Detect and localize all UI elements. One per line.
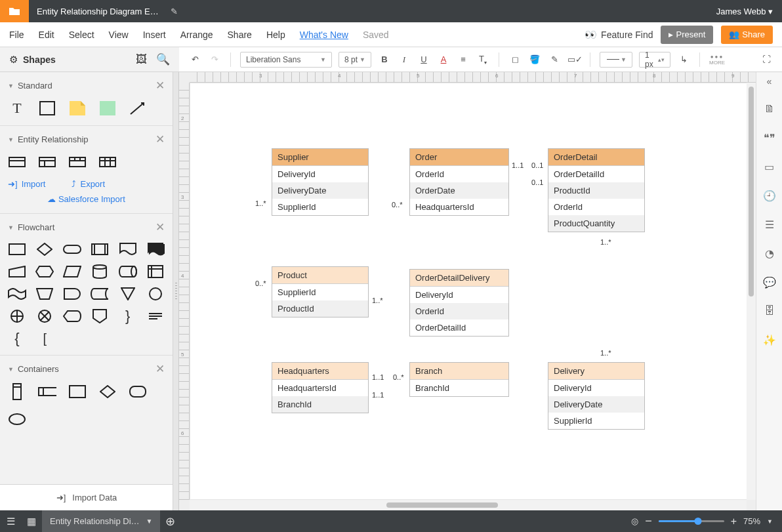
field[interactable]: BranchId (272, 396, 368, 413)
er-shape-1[interactable] (8, 154, 26, 170)
image-icon[interactable]: 🖼 (136, 53, 147, 66)
menu-edit[interactable]: Edit (39, 30, 54, 40)
entity-delivery[interactable]: Delivery DeliveryId DeliveryDate Supplie… (548, 362, 645, 430)
fc-database[interactable] (91, 264, 109, 279)
field[interactable]: ProductId (548, 182, 644, 199)
salesforce-import-link[interactable]: ☁ Salesforce Import (8, 194, 165, 204)
share-button[interactable]: 👥Share (721, 26, 773, 44)
close-category-icon[interactable]: ✕ (155, 362, 165, 376)
present-button[interactable]: ▶Present (661, 26, 713, 44)
dock-db-icon[interactable]: 🗄 (763, 304, 776, 317)
field[interactable]: HeadquartersId (410, 199, 508, 215)
shape-note[interactable] (68, 100, 87, 116)
er-shape-3[interactable] (68, 154, 87, 170)
dock-data-icon[interactable]: ◔ (763, 247, 776, 260)
more-button[interactable]: ●●● MORE (709, 54, 725, 66)
line-width-select[interactable]: 1 px▴▾ (639, 52, 670, 68)
underline-button[interactable]: U (417, 54, 430, 64)
italic-button[interactable]: I (398, 54, 411, 65)
fc-internal-storage[interactable] (146, 264, 165, 279)
search-icon[interactable]: 🔍 (156, 52, 170, 66)
font-family-select[interactable]: Liberation Sans▼ (240, 52, 332, 68)
fc-offpage[interactable] (91, 309, 109, 323)
shape-options-button[interactable]: ▭✓ (567, 54, 581, 64)
shape-text[interactable]: T (8, 100, 26, 116)
menu-insert[interactable]: Insert (143, 30, 166, 40)
grid-view-icon[interactable]: ▦ (21, 516, 42, 527)
menu-file[interactable]: File (9, 30, 24, 40)
bold-button[interactable]: B (378, 54, 391, 64)
text-color-button[interactable]: A (437, 54, 450, 64)
fc-delay[interactable] (63, 287, 81, 301)
left-panel-splitter[interactable] (173, 72, 179, 510)
document-title[interactable]: Entity Relationship Diagram Exa… (29, 7, 167, 16)
dock-magic-icon[interactable]: ✨ (763, 333, 776, 346)
category-flowchart-label[interactable]: Flowchart (18, 222, 54, 232)
dock-layers-icon[interactable]: ☰ (763, 218, 776, 231)
field[interactable]: HeadquartersId (272, 380, 368, 396)
fill-button[interactable]: 🪣 (528, 54, 541, 64)
dock-comments-icon[interactable]: ❝❞ (763, 131, 776, 144)
folder-icon[interactable] (0, 0, 29, 22)
menu-view[interactable]: View (109, 30, 129, 40)
fc-stored-data[interactable] (91, 287, 109, 301)
fc-process[interactable] (8, 242, 26, 256)
er-shape-2[interactable] (38, 154, 56, 170)
field[interactable]: SupplierId (548, 413, 644, 429)
list-view-icon[interactable]: ☰ (0, 516, 21, 527)
fc-brace-close[interactable]: } (119, 309, 137, 323)
add-page-button[interactable]: ⊕ (160, 514, 180, 529)
close-category-icon[interactable]: ✕ (155, 220, 165, 234)
shape-line[interactable] (129, 100, 147, 116)
feature-find[interactable]: 👀 Feature Find (585, 29, 653, 41)
fc-brace-open[interactable]: { (8, 331, 26, 346)
fc-note[interactable] (146, 309, 165, 323)
shape-block[interactable] (98, 100, 117, 116)
dock-chat-icon[interactable]: 💬 (763, 276, 776, 289)
category-containers-label[interactable]: Containers (18, 364, 59, 374)
fc-terminator[interactable] (63, 242, 81, 256)
fc-multidoc[interactable] (146, 242, 165, 256)
text-options-button[interactable]: T▾ (476, 54, 489, 66)
category-er-label[interactable]: Entity Relationship (18, 134, 89, 144)
chevron-down-icon[interactable]: ▼ (767, 518, 773, 525)
field[interactable]: BranchId (410, 380, 508, 396)
entity-order[interactable]: Order OrderId OrderDate HeadquartersId (409, 148, 509, 216)
canvas[interactable]: Supplier DeliveryId DeliveryDate Supplie… (190, 83, 756, 500)
gear-icon[interactable]: ⚙ (9, 54, 18, 66)
menu-help[interactable]: Help (266, 30, 285, 40)
category-standard-label[interactable]: Standard (18, 81, 52, 91)
font-size-select[interactable]: 8 pt▼ (339, 52, 371, 68)
field[interactable]: ProductId (272, 300, 368, 317)
rename-icon[interactable]: ✎ (171, 7, 178, 16)
redo-button[interactable]: ↷ (208, 54, 221, 64)
fc-summing[interactable] (35, 309, 54, 323)
cont-1[interactable] (8, 384, 26, 399)
collapse-right-icon[interactable]: « (767, 76, 772, 87)
field[interactable]: OrderDetailId (548, 166, 644, 182)
whats-new-link[interactable]: What's New (300, 30, 348, 40)
fc-manual-input[interactable] (8, 264, 26, 279)
close-category-icon[interactable]: ✕ (155, 79, 165, 92)
fc-paper-tape[interactable] (8, 287, 26, 301)
zoom-value[interactable]: 75% (743, 516, 760, 526)
field[interactable]: SupplierId (272, 284, 368, 300)
export-link[interactable]: ⤴Export (72, 179, 105, 189)
close-category-icon[interactable]: ✕ (155, 133, 165, 146)
field[interactable]: ProductQuantity (548, 215, 644, 232)
cont-3[interactable] (68, 384, 87, 399)
field[interactable]: SupplierId (272, 199, 368, 215)
fc-direct-data[interactable] (119, 264, 137, 279)
shape-box-button[interactable]: ◻ (508, 54, 522, 64)
line-arrow-button[interactable]: ↳ (677, 54, 690, 64)
dock-history-icon[interactable]: 🕘 (763, 189, 776, 202)
fc-or[interactable] (8, 309, 26, 323)
dock-page-icon[interactable]: 🗎 (763, 102, 776, 115)
entity-headquarters[interactable]: Headquarters HeadquartersId BranchId (272, 362, 369, 413)
fc-manual-op[interactable] (35, 287, 54, 301)
fc-preparation[interactable] (35, 264, 54, 279)
fc-predefined[interactable] (91, 242, 109, 256)
fc-decision[interactable] (35, 242, 54, 256)
fc-document[interactable] (119, 242, 137, 256)
cont-5[interactable] (129, 384, 147, 399)
